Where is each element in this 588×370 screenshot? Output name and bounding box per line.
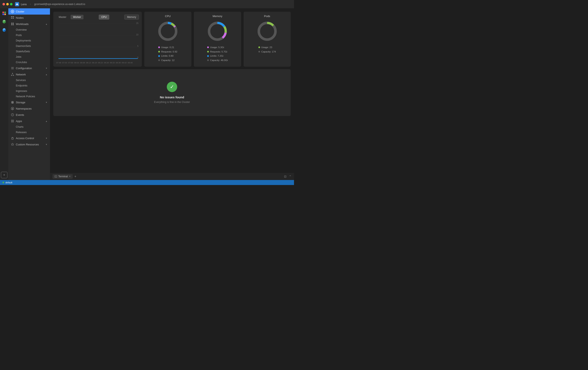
sidebar-item-events[interactable]: Events — [8, 112, 50, 118]
cpu-usage-row: Usage: 0.21 — [158, 45, 177, 50]
cpu-metric-title: CPU — [165, 15, 170, 18]
terminal-tab[interactable]: Terminal ✕ — [52, 174, 73, 179]
collapse-icon[interactable]: ‹ — [30, 3, 31, 6]
sidebar-item-cluster-label: Cluster — [16, 10, 47, 13]
svg-rect-3 — [2, 13, 4, 15]
sidebar-item-deployments[interactable]: Deployments — [8, 38, 50, 43]
no-issues-title: No issues found — [160, 95, 184, 99]
workloads-icon — [11, 22, 14, 26]
x-label-0828: 08:28 — [104, 61, 109, 64]
svg-rect-38 — [13, 122, 14, 122]
sidebar-icon-cluster[interactable] — [1, 10, 8, 17]
terminal-tab-label: Terminal — [58, 175, 68, 178]
sidebar-item-services[interactable]: Services — [8, 77, 50, 83]
svg-rect-13 — [11, 24, 12, 25]
svg-line-22 — [12, 74, 13, 75]
memory-metric-stats: Usage: 5.3Gi Requests: 5.7Gi Limits: 7.2… — [207, 45, 228, 63]
add-cluster-button[interactable]: + — [1, 172, 8, 178]
connection-url: gcornwell@ops-experience.us-east-1.eksct… — [34, 3, 85, 6]
content-area: Master Worker CPU Memory 15 10 5 0 — [50, 8, 294, 180]
sidebar-item-cronjobs[interactable]: CronJobs — [8, 60, 50, 65]
sidebar-item-configuration[interactable]: Configuration ▼ — [8, 65, 50, 71]
sidebar-item-charts[interactable]: Charts — [8, 124, 50, 130]
memory-limits-dot — [207, 55, 209, 57]
cpu-limits-dot — [158, 55, 160, 57]
sidebar-item-access-control[interactable]: Access Control ▼ — [8, 135, 50, 141]
svg-rect-1 — [2, 12, 4, 13]
worker-toggle-button[interactable]: Worker — [71, 15, 84, 19]
network-icon — [11, 73, 14, 76]
chart-x-axis: 07:48 07:53 07:58 08:03 08:08 08:13 08:1… — [56, 61, 133, 64]
cpu-chart-button[interactable]: CPU — [99, 15, 109, 20]
master-toggle-button[interactable]: Master — [56, 15, 69, 19]
configuration-icon — [11, 66, 14, 70]
pods-capacity-row: Capacity: 174 — [258, 50, 276, 54]
sidebar-item-network-label: Network — [16, 73, 44, 76]
cpu-chart-panel: Master Worker CPU Memory 15 10 5 0 — [53, 12, 142, 67]
sidebar-item-nodes[interactable]: Nodes — [8, 15, 50, 21]
memory-requests-label: Requests: 5.7Gi — [210, 50, 227, 54]
access-control-icon — [11, 136, 14, 140]
sidebar-item-releases[interactable]: Releases — [8, 130, 50, 135]
titlebar: Lens ‹ gcornwell@ops-experience.us-east-… — [0, 0, 294, 8]
sidebar-icon-cube-blue[interactable] — [1, 27, 8, 33]
sidebar-item-jobs[interactable]: Jobs — [8, 54, 50, 60]
workloads-chevron-icon: ▲ — [45, 23, 47, 25]
sidebar-item-apps[interactable]: Apps ▲ — [8, 118, 50, 124]
cpu-requests-label: Requests: 0.92 — [161, 50, 177, 54]
chart-container: 15 10 5 0 07:48 07:53 07:58 08:03 08:08 … — [56, 22, 139, 64]
storage-chevron-icon: ▼ — [45, 101, 47, 104]
no-issues-panel: ✓ No issues found Everything is fine in … — [53, 69, 291, 116]
y-label-10: 10 — [136, 33, 138, 36]
sidebar-item-statefulsets[interactable]: StatefulSets — [8, 49, 50, 54]
cpu-capacity-label: Capacity: 12 — [161, 58, 175, 63]
sidebar-item-workloads[interactable]: Workloads ▲ — [8, 21, 50, 27]
svg-point-6 — [12, 11, 13, 12]
sidebar-item-overview[interactable]: Overview — [8, 27, 50, 33]
dashboard: Master Worker CPU Memory 15 10 5 0 — [50, 8, 294, 173]
cpu-metric-stats: Usage: 0.21 Requests: 0.92 Limits: 0.80 — [158, 45, 177, 63]
terminal-collapse-icon[interactable]: ⌃ — [289, 175, 292, 178]
x-label-0748: 07:48 — [56, 61, 61, 64]
pods-usage-dot — [258, 46, 260, 48]
sidebar-item-cluster[interactable]: Cluster — [8, 8, 50, 15]
storage-icon — [11, 101, 14, 104]
svg-rect-35 — [13, 121, 14, 121]
close-button[interactable] — [2, 3, 5, 5]
sidebar-item-daemonsets[interactable]: DaemonSets — [8, 43, 50, 49]
sidebar-item-storage[interactable]: Storage ▼ — [8, 99, 50, 105]
minimize-button[interactable] — [6, 3, 9, 5]
svg-rect-37 — [12, 122, 13, 122]
sidebar-item-custom-resources[interactable]: Custom Resources ▼ — [8, 141, 50, 148]
memory-requests-row: Requests: 5.7Gi — [207, 50, 228, 54]
status-bar: default — [0, 180, 294, 185]
sidebar-item-access-control-label: Access Control — [16, 137, 44, 140]
memory-capacity-row: Capacity: 46.0Gi — [207, 58, 228, 63]
sidebar-item-namespaces[interactable]: Namespaces — [8, 105, 50, 112]
icon-sidebar: + — [0, 8, 8, 180]
memory-chart-button[interactable]: Memory — [124, 15, 139, 20]
sidebar-item-endpoints[interactable]: Endpoints — [8, 83, 50, 88]
cpu-limits-label: Limits: 0.80 — [161, 54, 173, 58]
sidebar-item-network[interactable]: Network ▲ — [8, 71, 50, 77]
terminal-expand-icon[interactable]: ⊡ — [284, 175, 286, 178]
x-label-0753: 07:53 — [62, 61, 67, 64]
pods-usage-row: Usage: 23 — [258, 45, 276, 50]
sidebar-item-pods[interactable]: Pods — [8, 33, 50, 38]
nav-sidebar: Cluster Nodes Workloads ▲ Overview Pods — [8, 8, 50, 180]
svg-point-26 — [11, 102, 14, 104]
terminal-bar: Terminal ✕ + ⊡ ⌃ — [50, 173, 294, 180]
events-icon — [11, 113, 14, 117]
svg-rect-10 — [13, 18, 14, 19]
svg-line-21 — [11, 74, 12, 75]
terminal-add-button[interactable]: + — [74, 175, 76, 178]
sidebar-item-ingresses[interactable]: Ingresses — [8, 88, 50, 94]
svg-rect-7 — [11, 16, 12, 17]
apps-chevron-icon: ▲ — [45, 120, 47, 122]
sidebar-item-network-policies[interactable]: Network Policies — [8, 94, 50, 99]
pods-capacity-dot — [258, 51, 260, 53]
sidebar-icon-cube-green[interactable] — [1, 18, 8, 25]
terminal-close-button[interactable]: ✕ — [69, 175, 71, 177]
metrics-row: Master Worker CPU Memory 15 10 5 0 — [53, 12, 291, 67]
maximize-button[interactable] — [10, 3, 12, 5]
